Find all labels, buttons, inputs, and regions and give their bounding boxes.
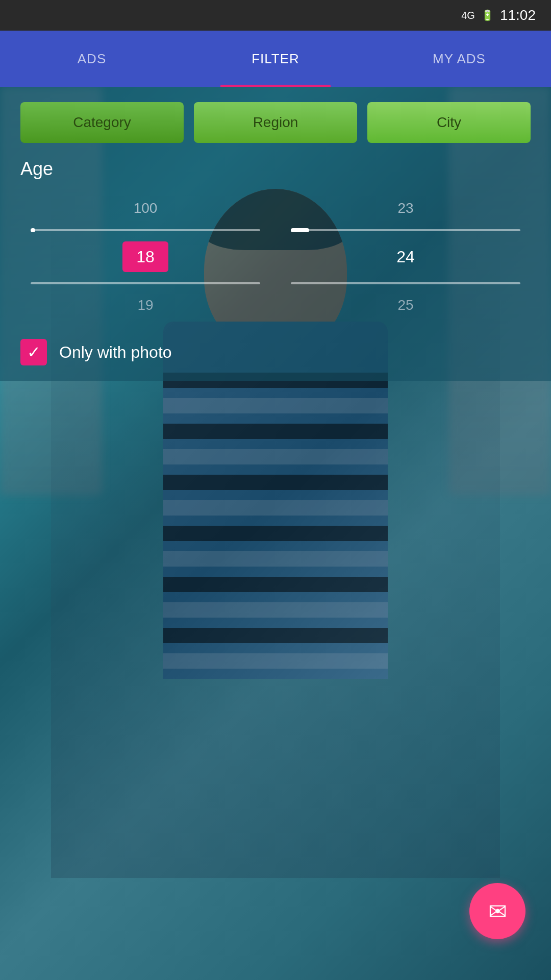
slider1-below: 19 — [137, 297, 153, 313]
city-button[interactable]: City — [367, 102, 531, 143]
tab-bar: ADS FILTER MY ADS — [0, 31, 551, 87]
status-time: 11:02 — [500, 7, 536, 23]
shirt-stripes — [163, 373, 388, 679]
filter-panel: Category Region City Age 100 18 19 23 — [0, 87, 551, 381]
category-button[interactable]: Category — [20, 102, 184, 143]
slider2-below: 25 — [397, 297, 413, 313]
slider1-value: 18 — [122, 241, 168, 272]
slider2-value: 24 — [383, 241, 429, 272]
slider1-track-2 — [31, 282, 260, 284]
status-bar: 4G 🔋 11:02 — [0, 0, 551, 31]
slider2-track-2 — [291, 282, 520, 284]
filter-buttons-row: Category Region City — [20, 102, 531, 143]
max-age-slider-container: 23 24 25 — [291, 200, 520, 313]
main-content: Category Region City Age 100 18 19 23 — [0, 87, 551, 980]
age-label: Age — [20, 158, 531, 180]
signal-icon: 4G — [461, 10, 475, 21]
tab-my-ads[interactable]: MY ADS — [367, 31, 551, 87]
photo-checkbox-row: ✓ Only with photo — [20, 339, 531, 365]
min-age-slider-container: 100 18 19 — [31, 200, 260, 313]
checkmark-icon: ✓ — [27, 342, 41, 362]
mail-icon: ✉ — [488, 898, 507, 924]
tab-filter[interactable]: FILTER — [184, 31, 367, 87]
slider2-above: 23 — [397, 200, 413, 216]
battery-icon: 🔋 — [481, 9, 494, 21]
slider2-track[interactable] — [291, 229, 520, 231]
sliders-section: 100 18 19 23 24 25 — [31, 200, 520, 313]
region-button[interactable]: Region — [194, 102, 357, 143]
photo-checkbox[interactable]: ✓ — [20, 339, 47, 365]
slider1-above: 100 — [134, 200, 158, 216]
status-icons: 4G 🔋 11:02 — [461, 7, 536, 23]
slider1-track[interactable] — [31, 229, 260, 231]
fab-message-button[interactable]: ✉ — [469, 883, 525, 939]
tab-ads[interactable]: ADS — [0, 31, 184, 87]
photo-check-label: Only with photo — [59, 343, 172, 362]
